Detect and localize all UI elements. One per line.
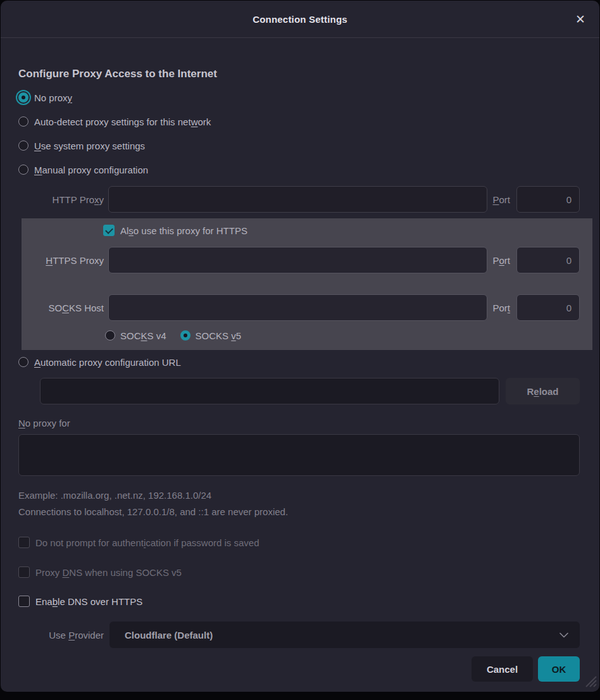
cancel-button[interactable]: Cancel: [472, 656, 533, 682]
no-prompt-auth-row[interactable]: Do not prompt for authentication if pass…: [18, 535, 580, 550]
also-use-https-label: Also use this proxy for HTTPS: [120, 225, 247, 236]
dialog-title: Connection Settings: [253, 14, 347, 25]
checkbox-unchecked-icon[interactable]: [18, 566, 30, 578]
socks-v4-label: SOCKS v4: [120, 330, 166, 341]
radio-unselected-icon[interactable]: [18, 141, 28, 151]
checkbox-unchecked-icon[interactable]: [18, 596, 30, 607]
ok-button[interactable]: OK: [538, 656, 580, 682]
radio-unselected-icon[interactable]: [105, 330, 115, 341]
chevron-down-icon: [559, 632, 568, 638]
doh-provider-row: Use Provider Cloudflare (Default): [18, 622, 580, 648]
https-socks-panel: Also use this proxy for HTTPS HTTPS Prox…: [22, 218, 592, 350]
http-proxy-row: HTTP Proxy Port: [18, 186, 580, 213]
page-title: Configure Proxy Access to the Internet: [18, 68, 580, 80]
provider-dropdown[interactable]: Cloudflare (Default): [109, 622, 580, 648]
socks-host-label: SOCKS Host: [22, 303, 104, 313]
proxy-dns-socks5-label: Proxy DNS when using SOCKS v5: [35, 567, 182, 578]
radio-auto-detect-label: Auto-detect proxy settings for this netw…: [34, 116, 211, 127]
socks-v5-label: SOCKS v5: [196, 330, 242, 341]
example-hint: Example: .mozilla.org, .net.nz, 192.168.…: [18, 489, 580, 502]
checkbox-checked-icon[interactable]: [103, 225, 115, 236]
checkbox-unchecked-icon[interactable]: [18, 537, 30, 548]
radio-no-proxy[interactable]: No proxy: [18, 85, 580, 109]
connection-settings-dialog: Connection Settings ✕ Configure Proxy Ac…: [1, 1, 599, 692]
enable-doh-row[interactable]: Enable DNS over HTTPS: [18, 594, 580, 609]
enable-doh-label: Enable DNS over HTTPS: [35, 596, 142, 607]
radio-auto-detect[interactable]: Auto-detect proxy settings for this netw…: [18, 109, 580, 134]
radio-unselected-icon[interactable]: [18, 165, 28, 175]
dialog-content: Configure Proxy Access to the Internet N…: [1, 68, 599, 682]
auto-url-row: Reload: [18, 378, 580, 404]
http-proxy-label: HTTP Proxy: [18, 194, 104, 205]
http-port-label: Port: [492, 194, 510, 205]
radio-auto-url[interactable]: Automatic proxy configuration URL: [18, 350, 580, 374]
no-proxy-for-label: No proxy for: [18, 418, 580, 428]
socks-port-label: Port: [492, 303, 510, 313]
radio-unselected-icon[interactable]: [18, 116, 28, 127]
radio-no-proxy-label: No proxy: [34, 92, 72, 103]
https-proxy-row: HTTPS Proxy Port: [22, 247, 580, 273]
radio-system-proxy-label: Use system proxy settings: [34, 141, 145, 151]
radio-auto-url-label: Automatic proxy configuration URL: [34, 357, 181, 368]
auto-url-input[interactable]: [40, 378, 499, 404]
socks-port-input[interactable]: [516, 294, 580, 321]
https-port-input[interactable]: [516, 247, 580, 273]
dialog-footer: Cancel OK: [18, 656, 580, 682]
provider-selected-value: Cloudflare (Default): [125, 630, 559, 641]
https-proxy-input[interactable]: [108, 247, 487, 273]
radio-manual-proxy[interactable]: Manual proxy configuration: [18, 158, 580, 182]
http-port-input[interactable]: [516, 186, 580, 213]
no-proxy-for-textarea[interactable]: [18, 434, 580, 476]
reload-button[interactable]: Reload: [506, 378, 580, 404]
dialog-titlebar: Connection Settings ✕: [1, 1, 599, 38]
https-proxy-label: HTTPS Proxy: [22, 255, 104, 266]
socks-host-row: SOCKS Host Port: [22, 294, 580, 321]
localhost-note: Connections to localhost, 127.0.0.1/8, a…: [18, 506, 580, 518]
socks-version-row: SOCKS v4 SOCKS v5: [105, 328, 580, 342]
close-icon[interactable]: ✕: [573, 11, 588, 28]
radio-selected-icon[interactable]: [180, 330, 191, 341]
http-proxy-input[interactable]: [108, 186, 487, 213]
radio-selected-icon[interactable]: [18, 92, 28, 103]
proxy-dns-socks5-row[interactable]: Proxy DNS when using SOCKS v5: [18, 565, 580, 580]
use-provider-label: Use Provider: [18, 630, 104, 641]
radio-manual-proxy-label: Manual proxy configuration: [34, 165, 148, 175]
socks-host-input[interactable]: [108, 294, 487, 321]
also-use-https-row[interactable]: Also use this proxy for HTTPS: [103, 223, 580, 237]
radio-unselected-icon[interactable]: [18, 357, 28, 367]
no-prompt-auth-label: Do not prompt for authentication if pass…: [35, 537, 259, 548]
resize-grip-icon[interactable]: [582, 673, 597, 691]
https-port-label: Port: [492, 255, 510, 266]
radio-system-proxy[interactable]: Use system proxy settings: [18, 134, 580, 158]
